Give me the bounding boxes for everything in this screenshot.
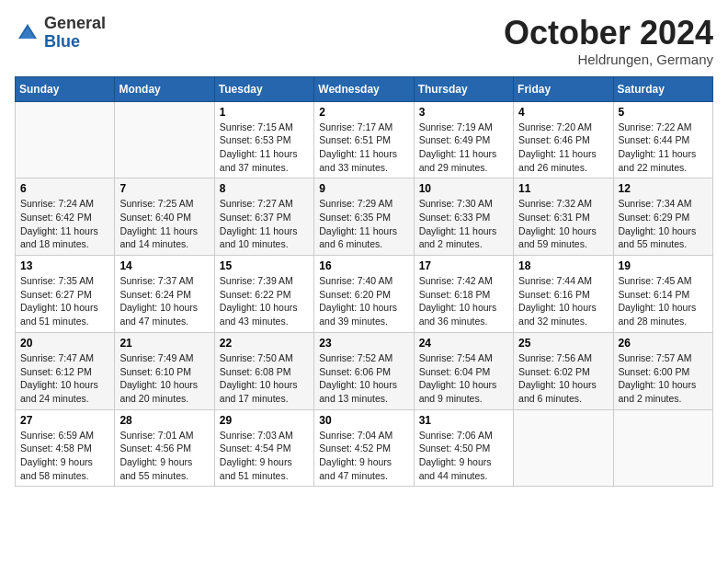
day-info: Sunrise: 7:15 AM Sunset: 6:53 PM Dayligh… [220, 121, 309, 175]
daylight: Daylight: 11 hours and 33 minutes. [319, 148, 397, 173]
day-info: Sunrise: 7:37 AM Sunset: 6:24 PM Dayligh… [119, 274, 209, 328]
sunset: Sunset: 6:22 PM [220, 289, 291, 300]
sunset: Sunset: 6:18 PM [419, 289, 491, 300]
day-cell: 16 Sunrise: 7:40 AM Sunset: 6:20 PM Dayl… [314, 256, 414, 333]
day-info: Sunrise: 7:27 AM Sunset: 6:37 PM Dayligh… [220, 197, 309, 251]
day-number: 14 [119, 259, 209, 272]
day-info: Sunrise: 7:54 AM Sunset: 6:04 PM Dayligh… [419, 351, 508, 406]
day-number: 6 [20, 182, 109, 195]
sunset: Sunset: 4:50 PM [419, 442, 491, 454]
day-cell: 19 Sunrise: 7:45 AM Sunset: 6:14 PM Dayl… [613, 256, 712, 333]
title-block: October 2024 Heldrungen, Germany [504, 15, 713, 67]
daylight: Daylight: 10 hours and 2 minutes. [619, 379, 697, 404]
sunset: Sunset: 6:53 PM [220, 134, 291, 145]
sunset: Sunset: 6:12 PM [20, 366, 92, 377]
day-number: 5 [619, 106, 708, 119]
day-number: 22 [220, 337, 309, 350]
sunset: Sunset: 6:44 PM [619, 134, 690, 145]
sunrise: Sunrise: 7:27 AM [220, 198, 293, 209]
daylight: Daylight: 11 hours and 2 minutes. [419, 225, 497, 250]
day-info: Sunrise: 7:49 AM Sunset: 6:10 PM Dayligh… [119, 351, 209, 406]
day-cell [115, 101, 214, 178]
sunset: Sunset: 4:54 PM [220, 442, 291, 454]
day-number: 31 [419, 414, 508, 427]
day-cell: 24 Sunrise: 7:54 AM Sunset: 6:04 PM Dayl… [414, 332, 513, 409]
day-cell: 27 Sunrise: 6:59 AM Sunset: 4:58 PM Dayl… [16, 409, 115, 487]
day-info: Sunrise: 7:22 AM Sunset: 6:44 PM Dayligh… [619, 121, 708, 175]
day-cell: 3 Sunrise: 7:19 AM Sunset: 6:49 PM Dayli… [414, 101, 513, 178]
day-cell: 14 Sunrise: 7:37 AM Sunset: 6:24 PM Dayl… [115, 256, 214, 333]
day-info: Sunrise: 7:20 AM Sunset: 6:46 PM Dayligh… [518, 121, 608, 175]
day-number: 7 [119, 182, 209, 195]
day-number: 3 [419, 106, 508, 119]
day-info: Sunrise: 7:40 AM Sunset: 6:20 PM Dayligh… [319, 274, 408, 328]
sunrise: Sunrise: 7:19 AM [419, 121, 493, 132]
logo-text: General Blue [44, 15, 106, 52]
day-info: Sunrise: 7:45 AM Sunset: 6:14 PM Dayligh… [619, 274, 708, 328]
col-monday: Monday [115, 76, 214, 101]
day-info: Sunrise: 7:44 AM Sunset: 6:16 PM Dayligh… [518, 274, 608, 328]
day-cell: 5 Sunrise: 7:22 AM Sunset: 6:44 PM Dayli… [613, 101, 712, 178]
daylight: Daylight: 10 hours and 13 minutes. [319, 379, 397, 404]
location: Heldrungen, Germany [504, 52, 713, 67]
daylight: Daylight: 10 hours and 51 minutes. [20, 302, 98, 327]
day-number: 30 [319, 414, 408, 427]
day-info: Sunrise: 7:57 AM Sunset: 6:00 PM Dayligh… [619, 351, 708, 406]
daylight: Daylight: 9 hours and 44 minutes. [419, 456, 492, 481]
sunrise: Sunrise: 7:44 AM [518, 275, 592, 286]
sunset: Sunset: 6:46 PM [518, 134, 590, 145]
day-number: 8 [220, 182, 309, 195]
col-wednesday: Wednesday [314, 76, 414, 101]
daylight: Daylight: 10 hours and 47 minutes. [119, 302, 198, 327]
day-info: Sunrise: 7:06 AM Sunset: 4:50 PM Dayligh… [419, 429, 508, 483]
day-info: Sunrise: 7:04 AM Sunset: 4:52 PM Dayligh… [319, 429, 408, 483]
sunset: Sunset: 6:20 PM [319, 289, 391, 300]
day-info: Sunrise: 7:42 AM Sunset: 6:18 PM Dayligh… [419, 274, 508, 328]
day-cell: 13 Sunrise: 7:35 AM Sunset: 6:27 PM Dayl… [16, 256, 115, 333]
day-info: Sunrise: 7:01 AM Sunset: 4:56 PM Dayligh… [119, 429, 209, 483]
logo-icon [15, 20, 40, 46]
logo: General Blue [15, 15, 106, 52]
day-info: Sunrise: 6:59 AM Sunset: 4:58 PM Dayligh… [20, 429, 109, 483]
sunset: Sunset: 6:49 PM [419, 134, 491, 145]
day-number: 15 [220, 259, 309, 272]
sunset: Sunset: 6:08 PM [220, 366, 291, 377]
daylight: Daylight: 11 hours and 26 minutes. [518, 148, 597, 173]
sunset: Sunset: 6:16 PM [518, 289, 590, 300]
daylight: Daylight: 10 hours and 20 minutes. [119, 379, 198, 404]
daylight: Daylight: 10 hours and 28 minutes. [619, 302, 697, 327]
daylight: Daylight: 10 hours and 32 minutes. [518, 302, 597, 327]
day-cell: 25 Sunrise: 7:56 AM Sunset: 6:02 PM Dayl… [514, 332, 613, 409]
day-cell: 26 Sunrise: 7:57 AM Sunset: 6:00 PM Dayl… [613, 332, 712, 409]
day-number: 29 [220, 414, 309, 427]
day-info: Sunrise: 7:30 AM Sunset: 6:33 PM Dayligh… [419, 197, 508, 251]
day-info: Sunrise: 7:29 AM Sunset: 6:35 PM Dayligh… [319, 197, 408, 251]
daylight: Daylight: 11 hours and 18 minutes. [20, 225, 98, 250]
col-sunday: Sunday [16, 76, 115, 101]
daylight: Daylight: 11 hours and 14 minutes. [119, 225, 198, 250]
logo-general: General [44, 14, 106, 32]
day-number: 20 [20, 337, 109, 350]
day-info: Sunrise: 7:47 AM Sunset: 6:12 PM Dayligh… [20, 351, 109, 406]
day-info: Sunrise: 7:50 AM Sunset: 6:08 PM Dayligh… [220, 351, 309, 406]
daylight: Daylight: 9 hours and 47 minutes. [319, 456, 392, 481]
day-cell: 6 Sunrise: 7:24 AM Sunset: 6:42 PM Dayli… [16, 178, 115, 256]
day-number: 23 [319, 337, 408, 350]
sunrise: Sunrise: 7:45 AM [619, 275, 692, 286]
day-cell: 11 Sunrise: 7:32 AM Sunset: 6:31 PM Dayl… [514, 178, 613, 256]
sunset: Sunset: 6:40 PM [119, 212, 191, 223]
sunrise: Sunrise: 7:25 AM [119, 198, 193, 209]
day-number: 16 [319, 259, 408, 272]
sunset: Sunset: 6:14 PM [619, 289, 690, 300]
sunrise: Sunrise: 7:56 AM [518, 352, 592, 363]
sunrise: Sunrise: 7:34 AM [619, 198, 692, 209]
col-saturday: Saturday [613, 76, 712, 101]
day-info: Sunrise: 7:32 AM Sunset: 6:31 PM Dayligh… [518, 197, 608, 251]
day-cell: 7 Sunrise: 7:25 AM Sunset: 6:40 PM Dayli… [115, 178, 214, 256]
day-cell: 10 Sunrise: 7:30 AM Sunset: 6:33 PM Dayl… [414, 178, 513, 256]
sunrise: Sunrise: 7:04 AM [319, 430, 392, 441]
day-info: Sunrise: 7:34 AM Sunset: 6:29 PM Dayligh… [619, 197, 708, 251]
day-number: 9 [319, 182, 408, 195]
sunrise: Sunrise: 6:59 AM [20, 430, 94, 441]
day-cell: 31 Sunrise: 7:06 AM Sunset: 4:50 PM Dayl… [414, 409, 513, 487]
